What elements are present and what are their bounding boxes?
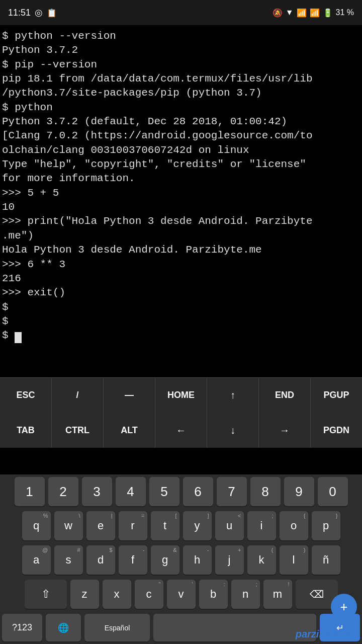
key-1[interactable]: 1 bbox=[15, 477, 45, 506]
signal2-icon: 📶 bbox=[310, 8, 320, 18]
key-globe[interactable]: 🌐 bbox=[46, 614, 81, 641]
key-o[interactable]: {o bbox=[280, 511, 308, 540]
status-right: 🔕 ▼ 📶 📶 🔋 31 % bbox=[273, 8, 354, 18]
terminal-line-3: $ pip --version bbox=[2, 58, 360, 72]
terminal-line-8: [Clang 7.0.2 (https://android.googlesour… bbox=[2, 129, 360, 143]
keyboard-row-qwerty: %q \w |e =r [t ]y <u ;i {o }p bbox=[0, 509, 362, 543]
terminal[interactable]: $ python --version Python 3.7.2 $ pip --… bbox=[0, 25, 362, 377]
terminal-line-14: >>> print("Hola Python 3 desde Android. … bbox=[2, 214, 360, 228]
key-space[interactable] bbox=[153, 614, 316, 641]
terminal-line-12: >>> 5 + 5 bbox=[2, 186, 360, 200]
terminal-line-16: Hola Python 3 desde Android. Parzibyte.m… bbox=[2, 243, 360, 257]
terminal-line-13: 10 bbox=[2, 200, 360, 214]
notification-icon: ◎ bbox=[35, 7, 43, 18]
terminal-line-20: $ bbox=[2, 300, 360, 314]
key-esc[interactable]: ESC bbox=[0, 378, 52, 413]
key-slash[interactable]: / bbox=[52, 378, 104, 413]
key-dash[interactable]: — bbox=[104, 378, 155, 413]
key-tab[interactable]: TAB bbox=[0, 413, 52, 448]
key-y[interactable]: ]y bbox=[183, 511, 212, 540]
special-keys-row-1: ESC / — HOME ↑ END PGUP bbox=[0, 377, 362, 413]
key-v[interactable]: 'v bbox=[167, 580, 196, 609]
status-left: 11:51 ◎ 📋 bbox=[8, 7, 57, 18]
key-w[interactable]: \w bbox=[54, 511, 83, 540]
battery-level: 31 % bbox=[336, 8, 354, 17]
key-s[interactable]: #s bbox=[54, 545, 83, 575]
terminal-line-19: >>> exit() bbox=[2, 286, 360, 300]
key-0[interactable]: 0 bbox=[318, 477, 348, 506]
keyboard-row-numbers: 1 2 3 4 5 6 7 8 9 0 bbox=[0, 474, 362, 509]
key-q[interactable]: %q bbox=[22, 511, 51, 540]
key-home[interactable]: HOME bbox=[155, 378, 207, 413]
parzibyte-watermark: parzibyte.me bbox=[296, 628, 357, 640]
terminal-line-9: olchain/clang 003100370607242d on linux bbox=[2, 143, 360, 157]
mute-icon: 🔕 bbox=[273, 8, 283, 18]
key-m[interactable]: !m bbox=[263, 580, 292, 609]
key-9[interactable]: 9 bbox=[284, 477, 314, 506]
key-alt[interactable]: ALT bbox=[104, 413, 155, 448]
wifi-icon: ▼ bbox=[286, 8, 294, 17]
status-bar: 11:51 ◎ 📋 🔕 ▼ 📶 📶 🔋 31 % bbox=[0, 0, 362, 25]
key-up[interactable]: ↑ bbox=[207, 378, 259, 413]
key-p[interactable]: }p bbox=[312, 511, 340, 540]
key-ctrl[interactable]: CTRL bbox=[52, 413, 104, 448]
key-z[interactable]: z bbox=[70, 580, 99, 609]
keyboard-row-zxcv: ⇧ z x "c 'v :b ;n !m ⌫ bbox=[0, 577, 362, 611]
key-shift[interactable]: ⇧ bbox=[25, 580, 67, 609]
key-i[interactable]: ;i bbox=[247, 511, 276, 540]
clipboard-icon: 📋 bbox=[47, 8, 57, 18]
fab-icon: + bbox=[340, 600, 347, 614]
key-end[interactable]: END bbox=[259, 378, 311, 413]
key-t[interactable]: [t bbox=[151, 511, 179, 540]
key-d[interactable]: $d bbox=[86, 545, 115, 575]
key-pgdn[interactable]: PGDN bbox=[311, 413, 362, 448]
terminal-line-11: for more information. bbox=[2, 172, 360, 186]
key-left[interactable]: ← bbox=[155, 413, 207, 448]
time: 11:51 bbox=[8, 8, 31, 18]
keyboard-row-asdf: @a #s $d -f &g -h +j (k )l ñ bbox=[0, 543, 362, 577]
terminal-line-2: Python 3.7.2 bbox=[2, 43, 360, 57]
key-5[interactable]: 5 bbox=[149, 477, 179, 506]
terminal-line-22: $ bbox=[2, 329, 360, 343]
key-7[interactable]: 7 bbox=[217, 477, 247, 506]
battery-icon: 🔋 bbox=[323, 8, 333, 18]
key-4[interactable]: 4 bbox=[116, 477, 146, 506]
key-j[interactable]: +j bbox=[215, 545, 244, 575]
key-right[interactable]: → bbox=[259, 413, 311, 448]
terminal-line-17: >>> 6 ** 3 bbox=[2, 258, 360, 272]
key-l[interactable]: )l bbox=[280, 545, 308, 575]
key-e[interactable]: |e bbox=[86, 511, 115, 540]
signal-icon: 📶 bbox=[297, 8, 307, 18]
key-2[interactable]: 2 bbox=[48, 477, 78, 506]
fab-button[interactable]: + bbox=[331, 594, 357, 620]
special-keys-row-2: TAB CTRL ALT ← ↓ → PGDN bbox=[0, 413, 362, 448]
terminal-line-15: .me") bbox=[2, 229, 360, 243]
terminal-line-21: $ bbox=[2, 314, 360, 329]
key-k[interactable]: (k bbox=[247, 545, 276, 575]
key-u[interactable]: <u bbox=[215, 511, 244, 540]
terminal-line-7: Python 3.7.2 (default, Dec 28 2018, 01:0… bbox=[2, 115, 360, 129]
key-8[interactable]: 8 bbox=[250, 477, 281, 506]
terminal-line-5: /python3.7/site-packages/pip (python 3.7… bbox=[2, 86, 360, 100]
key-a[interactable]: @a bbox=[22, 545, 51, 575]
key-pgup[interactable]: PGUP bbox=[311, 378, 362, 413]
key-n[interactable]: ;n bbox=[231, 580, 260, 609]
key-r[interactable]: =r bbox=[119, 511, 147, 540]
key-numeric-toggle[interactable]: ?123 bbox=[2, 614, 42, 641]
key-language[interactable]: Español bbox=[84, 614, 150, 641]
key-c[interactable]: "c bbox=[135, 580, 163, 609]
terminal-line-1: $ python --version bbox=[2, 29, 360, 43]
key-h[interactable]: -h bbox=[183, 545, 212, 575]
terminal-line-6: $ python bbox=[2, 101, 360, 115]
key-n-tilde[interactable]: ñ bbox=[312, 545, 340, 575]
terminal-line-18: 216 bbox=[2, 272, 360, 286]
key-b[interactable]: :b bbox=[199, 580, 228, 609]
terminal-line-10: Type "help", "copyright", "credits" or "… bbox=[2, 157, 360, 172]
key-down[interactable]: ↓ bbox=[207, 413, 259, 448]
terminal-line-4: pip 18.1 from /data/data/com.termux/file… bbox=[2, 72, 360, 86]
key-x[interactable]: x bbox=[103, 580, 131, 609]
key-f[interactable]: -f bbox=[119, 545, 147, 575]
key-3[interactable]: 3 bbox=[82, 477, 112, 506]
key-g[interactable]: &g bbox=[151, 545, 179, 575]
key-6[interactable]: 6 bbox=[183, 477, 213, 506]
